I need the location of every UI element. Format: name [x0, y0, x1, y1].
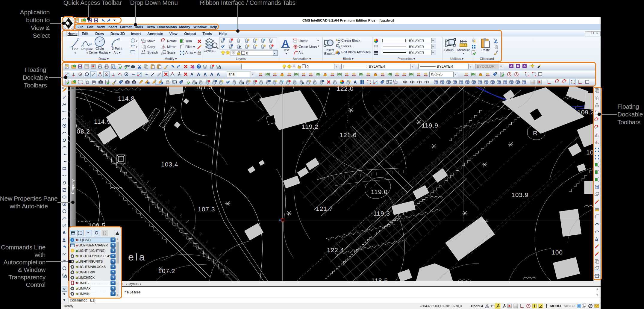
svg-text:▾: ▾: [136, 40, 137, 43]
svg-text:▾: ▾: [136, 46, 137, 49]
svg-text:0: 0: [246, 51, 248, 55]
svg-text:0: 0: [307, 65, 309, 69]
svg-text:▾: ▾: [274, 52, 275, 55]
